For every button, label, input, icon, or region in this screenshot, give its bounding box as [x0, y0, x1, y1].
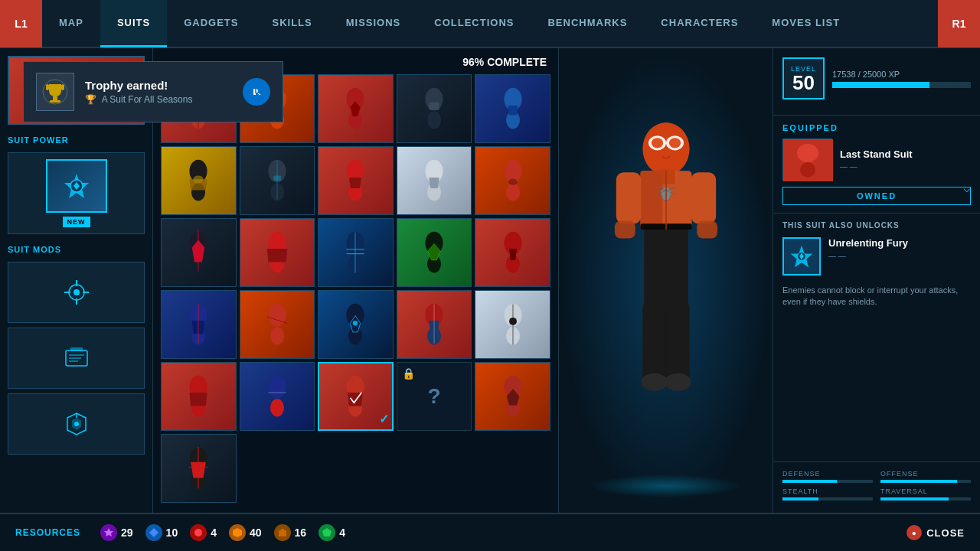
svg-point-170 — [800, 162, 815, 178]
svg-point-126 — [268, 376, 286, 399]
unlocks-section: THIS SUIT ALSO UNLOCKS Unrelenting Fury … — [773, 214, 980, 461]
resource-orange-dark-count: 40 — [250, 527, 262, 539]
svg-point-70 — [508, 179, 518, 185]
resource-icon-green — [318, 524, 335, 541]
equipped-suit-row: Last Stand Suit — — — [782, 139, 971, 181]
offense-bar-bg — [880, 480, 971, 483]
xp-text: 17538 / 25000 XP — [832, 70, 971, 79]
suit-cell[interactable] — [240, 362, 315, 431]
nav-missions[interactable]: MISSIONS — [329, 0, 418, 47]
nav-map[interactable]: MAP — [42, 0, 100, 47]
nav-moves-list[interactable]: MOVES LIST — [755, 0, 857, 47]
suit-cell[interactable] — [161, 434, 237, 503]
stats-row-1: DEFENSE OFFENSE — [782, 470, 971, 483]
unlock-power-subtitle: — — — [828, 252, 908, 260]
equipped-suit-name: Last Stand Suit — [840, 148, 913, 161]
resources-label: RESOURCES — [15, 527, 80, 538]
character-viewport — [559, 48, 773, 513]
mod-slot-1[interactable] — [8, 262, 145, 323]
svg-rect-184 — [46, 84, 49, 90]
resource-icon-orange-dark — [229, 524, 246, 541]
stealth-bar-bg — [782, 497, 873, 500]
svg-marker-180 — [322, 528, 332, 536]
resource-orange: 16 — [274, 524, 307, 541]
close-button[interactable]: ● CLOSE — [906, 525, 965, 540]
traversal-label: TRAVERSAL — [880, 487, 971, 495]
mod-slot-2[interactable] — [8, 328, 145, 389]
svg-rect-183 — [50, 100, 60, 103]
resource-orange-count: 16 — [295, 527, 307, 539]
resource-icon-red — [190, 524, 207, 541]
suit-cell[interactable] — [240, 218, 315, 287]
svg-point-127 — [270, 399, 284, 416]
suit-mods-label: SUIT MODS — [8, 245, 145, 254]
traversal-bar-fill — [880, 497, 949, 500]
suit-cell[interactable] — [397, 74, 472, 143]
level-xp-section: LEVEL 50 17538 / 25000 XP — [773, 48, 980, 116]
suit-cell[interactable] — [397, 290, 472, 359]
trophy-text: Trophy earned! 🏆 A Suit For All Seasons — [85, 79, 232, 105]
suit-cell[interactable] — [397, 218, 472, 287]
suit-cell[interactable] — [240, 146, 315, 215]
l1-button[interactable]: L1 — [0, 0, 42, 47]
r1-button[interactable]: R1 — [938, 0, 980, 47]
suit-cell[interactable] — [318, 74, 394, 143]
suit-cell[interactable] — [161, 290, 237, 359]
nav-skills[interactable]: SKILLS — [255, 0, 328, 47]
suit-cell[interactable] — [475, 146, 550, 215]
owned-button[interactable]: OWNED — [782, 187, 971, 205]
nav-characters[interactable]: CHARACTERS — [644, 0, 755, 47]
unknown-suit-mark: ? — [428, 384, 441, 409]
offense-label: OFFENSE — [880, 470, 971, 478]
svg-rect-159 — [691, 172, 716, 223]
resource-blue-count: 10 — [166, 527, 178, 539]
unlock-power-name: Unrelenting Fury — [828, 237, 908, 249]
trophy-icon — [36, 73, 74, 111]
trophy-notification: Trophy earned! 🏆 A Suit For All Seasons — [23, 61, 283, 122]
resource-red-count: 4 — [211, 527, 217, 539]
unlock-icon-box — [782, 237, 821, 276]
stats-section: DEFENSE OFFENSE STEALTH — [773, 461, 980, 513]
unlocks-title: THIS SUIT ALSO UNLOCKS — [782, 221, 971, 230]
svg-rect-162 — [642, 301, 666, 381]
top-navigation: L1 MAP SUITS GADGETS SKILLS MISSIONS COL… — [0, 0, 980, 48]
unlock-item: Unrelenting Fury — — — [782, 237, 971, 276]
resource-orange-dark: 40 — [229, 524, 262, 541]
resource-icon-blue — [145, 524, 162, 541]
suit-cell-selected[interactable] — [318, 362, 394, 431]
suit-cell[interactable] — [318, 290, 394, 359]
resource-purple: 29 — [100, 524, 133, 541]
svg-point-13 — [74, 289, 80, 295]
svg-rect-157 — [616, 172, 641, 223]
suit-cell[interactable] — [240, 290, 315, 359]
traversal-stat: TRAVERSAL — [880, 487, 971, 500]
playstation-icon — [243, 78, 270, 106]
suit-cell-locked: 🔒 ? — [397, 362, 472, 431]
svg-point-165 — [665, 373, 691, 390]
nav-gadgets[interactable]: GADGETS — [167, 0, 255, 47]
svg-point-67 — [506, 183, 520, 201]
suit-cell[interactable] — [475, 362, 550, 431]
suit-cell[interactable] — [318, 218, 394, 287]
suit-cell[interactable] — [475, 290, 550, 359]
nav-collections[interactable]: COLLECTIONS — [417, 0, 531, 47]
suit-cell[interactable] — [161, 218, 237, 287]
svg-point-100 — [268, 304, 286, 327]
suit-cell[interactable] — [397, 146, 472, 215]
suit-cell[interactable] — [318, 146, 394, 215]
nav-suits[interactable]: SUITS — [100, 0, 167, 47]
svg-point-21 — [74, 422, 79, 426]
stealth-stat: STEALTH — [782, 487, 873, 500]
svg-rect-18 — [70, 347, 83, 351]
svg-point-177 — [194, 529, 202, 536]
suit-cell[interactable] — [475, 74, 550, 143]
svg-point-150 — [668, 138, 680, 148]
chevron-down-icon[interactable]: ⌵ — [963, 181, 971, 195]
mod-slot-3[interactable] — [8, 393, 145, 455]
suit-cell[interactable] — [161, 362, 237, 431]
nav-benchmarks[interactable]: BENCHMARKS — [531, 0, 644, 47]
suit-cell[interactable] — [475, 218, 550, 287]
resource-icon-purple — [100, 524, 117, 541]
svg-point-39 — [427, 111, 441, 129]
suit-cell[interactable] — [161, 146, 237, 215]
